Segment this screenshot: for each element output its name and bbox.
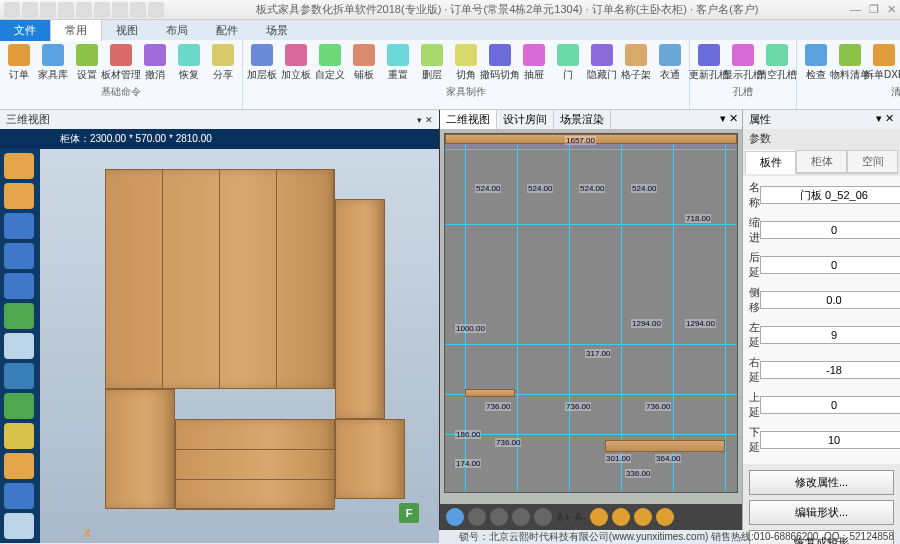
tab-common[interactable]: 常用	[50, 19, 102, 41]
vb-btn[interactable]	[612, 508, 630, 526]
tool-btn[interactable]	[4, 363, 34, 389]
edit-props-button[interactable]: 修改属性...	[749, 470, 894, 495]
tab-2d-view[interactable]: 二维视图	[440, 110, 497, 129]
vb-btn[interactable]	[634, 508, 652, 526]
ribbon-button[interactable]: 门	[551, 42, 585, 84]
tool-btn[interactable]	[4, 153, 34, 179]
vb-btn[interactable]	[590, 508, 608, 526]
tab-view[interactable]: 视图	[102, 20, 152, 41]
tool-btn[interactable]	[4, 213, 34, 239]
canvas-3d[interactable]: F X	[40, 149, 439, 543]
qat-btn[interactable]	[4, 2, 20, 18]
vb-btn[interactable]	[656, 508, 674, 526]
ribbon-button[interactable]: 设置	[70, 42, 104, 84]
tab-design-room[interactable]: 设计房间	[497, 110, 554, 129]
close-icon[interactable]: ✕	[887, 3, 896, 16]
ribbon-label: 切角	[456, 68, 476, 82]
qat-btn[interactable]	[22, 2, 38, 18]
ribbon-button[interactable]: 加立板	[279, 42, 313, 84]
ribbon-button[interactable]: 隐藏门	[585, 42, 619, 84]
tool-btn[interactable]	[4, 243, 34, 269]
tab-layout[interactable]: 布局	[152, 20, 202, 41]
edit-shape-button[interactable]: 编辑形状...	[749, 500, 894, 525]
qat-btn[interactable]	[148, 2, 164, 18]
tool-btn[interactable]	[4, 513, 34, 539]
ribbon-button[interactable]: 检查	[799, 42, 833, 84]
ribbon-button[interactable]: 衣通	[653, 42, 687, 84]
ribbon-button[interactable]: 自定义	[313, 42, 347, 84]
front-field[interactable]	[760, 256, 900, 274]
maximize-icon[interactable]: ❐	[869, 3, 879, 16]
group-name: 家具制作	[245, 84, 687, 100]
tab-parts[interactable]: 配件	[202, 20, 252, 41]
ribbon-button[interactable]: 物料清单	[833, 42, 867, 84]
ribbon-icon	[42, 44, 64, 66]
ribbon-icon	[455, 44, 477, 66]
ribbon-button[interactable]: 抽屉	[517, 42, 551, 84]
dim-label: 364.00	[655, 454, 681, 463]
tool-btn[interactable]	[4, 393, 34, 419]
ribbon-button[interactable]: 重置	[381, 42, 415, 84]
font-decrease[interactable]: A-	[574, 511, 586, 523]
ribbon-button[interactable]: 撤消	[138, 42, 172, 84]
ribbon-icon	[489, 44, 511, 66]
ribbon-button[interactable]: 加层板	[245, 42, 279, 84]
ribbon-button[interactable]: 拆单DXF	[867, 42, 900, 84]
qat-btn[interactable]	[112, 2, 128, 18]
dropdown-icon[interactable]: ▾ ✕	[876, 112, 894, 127]
tool-btn[interactable]	[4, 303, 34, 329]
dropdown-icon[interactable]: ▾ ✕	[417, 115, 433, 125]
down-field[interactable]	[760, 431, 900, 449]
tool-btn[interactable]	[4, 423, 34, 449]
qat-btn[interactable]	[130, 2, 146, 18]
ribbon-button[interactable]: 清空孔槽	[760, 42, 794, 84]
ribbon-button[interactable]: 切角	[449, 42, 483, 84]
tab-file[interactable]: 文件	[0, 20, 50, 41]
dim-label: 1294.00	[685, 319, 716, 328]
minimize-icon[interactable]: —	[850, 3, 861, 16]
ribbon-button[interactable]: 板材管理	[104, 42, 138, 84]
vb-btn[interactable]	[490, 508, 508, 526]
ribbon-button[interactable]: 铺板	[347, 42, 381, 84]
right-field[interactable]	[760, 361, 900, 379]
tab-scene-render[interactable]: 场景渲染	[554, 110, 611, 129]
qat-btn[interactable]	[94, 2, 110, 18]
ribbon-button[interactable]: 分享	[206, 42, 240, 84]
side-field[interactable]	[760, 291, 900, 309]
ribbon-button[interactable]: 删层	[415, 42, 449, 84]
left-field[interactable]	[760, 326, 900, 344]
tool-btn[interactable]	[4, 453, 34, 479]
tab-cabinet[interactable]: 柜体	[796, 150, 847, 173]
tool-btn[interactable]	[4, 273, 34, 299]
tab-scene[interactable]: 场景	[252, 20, 302, 41]
ribbon-button[interactable]: 显示孔槽	[726, 42, 760, 84]
vb-btn[interactable]	[512, 508, 530, 526]
vb-btn[interactable]	[468, 508, 486, 526]
ribbon-button[interactable]: 家具库	[36, 42, 70, 84]
name-field[interactable]	[760, 186, 900, 204]
tool-btn[interactable]	[4, 333, 34, 359]
qat-btn[interactable]	[76, 2, 92, 18]
ribbon-button[interactable]: 更新孔槽	[692, 42, 726, 84]
left-label: 左延	[749, 320, 760, 350]
dropdown-icon[interactable]: ▾ ✕	[716, 110, 742, 129]
view2d-body[interactable]: 1657.00 524.00 524.00 524.00 524.00 718.…	[440, 129, 742, 504]
props-subtitle: 参数	[743, 129, 900, 148]
front-label: 后延	[749, 250, 760, 280]
qat-btn[interactable]	[40, 2, 56, 18]
up-field[interactable]	[760, 396, 900, 414]
shrink-label: 缩进	[749, 215, 760, 245]
ribbon-button[interactable]: 格子架	[619, 42, 653, 84]
shrink-field[interactable]	[760, 221, 900, 239]
font-increase[interactable]: A+	[556, 511, 570, 523]
tool-btn[interactable]	[4, 483, 34, 509]
tool-btn[interactable]	[4, 183, 34, 209]
ribbon-button[interactable]: 恢复	[172, 42, 206, 84]
vb-btn[interactable]	[534, 508, 552, 526]
tab-space[interactable]: 空间	[847, 150, 898, 173]
ribbon-button[interactable]: 撒码切角	[483, 42, 517, 84]
tab-panel[interactable]: 板件	[745, 151, 796, 174]
vb-btn[interactable]	[446, 508, 464, 526]
qat-btn[interactable]	[58, 2, 74, 18]
ribbon-button[interactable]: 订单	[2, 42, 36, 84]
